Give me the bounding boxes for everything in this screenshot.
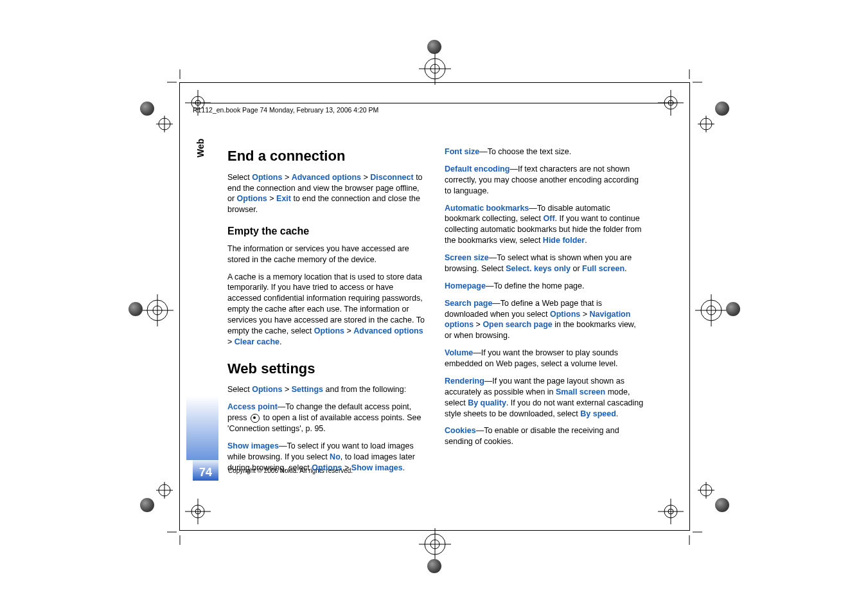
header-text: R1112_en.book Page 74 Monday, February 1… bbox=[193, 106, 378, 114]
text: Select bbox=[227, 173, 252, 182]
para-show-images: Show images—To select if you want to loa… bbox=[227, 441, 427, 474]
dot-icon bbox=[726, 302, 740, 316]
label-screen-size: Screen size bbox=[445, 253, 489, 262]
para-cache-info: The information or services you have acc… bbox=[227, 244, 427, 265]
link-full-screen: Full screen bbox=[582, 264, 624, 273]
text: and from the following: bbox=[323, 385, 406, 394]
label-show-images: Show images bbox=[227, 441, 279, 450]
registration-mark-icon bbox=[658, 90, 684, 116]
registration-mark-icon bbox=[156, 116, 173, 132]
text: or bbox=[571, 264, 582, 273]
dot-icon bbox=[140, 102, 154, 116]
dot-icon bbox=[128, 302, 143, 316]
link-options: Options bbox=[252, 385, 282, 394]
text: —To choose the text size. bbox=[479, 147, 571, 156]
registration-mark-icon bbox=[141, 294, 173, 326]
label-cookies: Cookies bbox=[445, 426, 476, 435]
para-homepage: Homepage—To define the home page. bbox=[445, 281, 644, 292]
label-font-size: Font size bbox=[445, 147, 479, 156]
link-small-screen: Small screen bbox=[556, 387, 605, 396]
link-options: Options bbox=[252, 173, 282, 182]
link-hide-folder: Hide folder bbox=[543, 236, 585, 245]
link-options: Options bbox=[314, 326, 344, 335]
link-options: Options bbox=[312, 463, 342, 472]
link-settings: Settings bbox=[292, 385, 323, 394]
label-volume: Volume bbox=[445, 348, 473, 357]
registration-mark-icon bbox=[658, 499, 684, 524]
para-access-point: Access point—To change the default acces… bbox=[227, 402, 427, 434]
link-show-images: Show images bbox=[351, 463, 403, 472]
link-advanced-options: Advanced options bbox=[353, 326, 423, 335]
para-font-size: Font size—To choose the text size. bbox=[445, 147, 644, 157]
label-access-point: Access point bbox=[227, 402, 278, 411]
link-disconnect: Disconnect bbox=[370, 173, 413, 182]
registration-mark-icon bbox=[185, 499, 211, 524]
link-clear-cache: Clear cache bbox=[235, 337, 279, 346]
registration-mark-icon bbox=[695, 294, 727, 326]
label-homepage: Homepage bbox=[445, 281, 486, 290]
registration-mark-icon bbox=[419, 528, 451, 560]
para-auto-bookmarks: Automatic bookmarks—To disable automatic… bbox=[445, 203, 644, 247]
link-by-quality: By quality bbox=[468, 398, 506, 407]
column-left: End a connection Select Options > Advanc… bbox=[227, 147, 427, 479]
para-volume: Volume—If you want the browser to play s… bbox=[445, 348, 644, 369]
link-exit: Exit bbox=[276, 194, 291, 203]
page-body: End a connection Select Options > Advanc… bbox=[193, 147, 676, 479]
link-open-search: Open search page bbox=[483, 320, 552, 329]
registration-mark-icon bbox=[156, 482, 173, 499]
header-divider bbox=[193, 103, 676, 103]
label-rendering: Rendering bbox=[445, 377, 484, 386]
label-default-encoding: Default encoding bbox=[445, 164, 509, 173]
para-search-page: Search page—To define a Web page that is… bbox=[445, 298, 644, 342]
label-search-page: Search page bbox=[445, 299, 492, 308]
registration-mark-icon bbox=[185, 90, 211, 116]
link-by-speed: By speed bbox=[580, 409, 616, 418]
column-right: Font size—To choose the text size. Defau… bbox=[445, 147, 644, 479]
para-screen-size: Screen size—To select what is shown when… bbox=[445, 253, 644, 274]
link-select-keys: Select. keys only bbox=[506, 264, 571, 273]
link-options: Options bbox=[237, 194, 267, 203]
para-settings-intro: Select Options > Settings and from the f… bbox=[227, 384, 427, 395]
para-cache-detail: A cache is a memory location that is use… bbox=[227, 272, 427, 348]
nav-key-icon bbox=[251, 414, 260, 423]
registration-mark-icon bbox=[419, 53, 451, 85]
registration-mark-icon bbox=[698, 116, 714, 132]
heading-end-connection: End a connection bbox=[227, 147, 427, 166]
link-options: Options bbox=[550, 310, 580, 319]
link-off: Off bbox=[544, 214, 555, 223]
dot-icon bbox=[140, 498, 154, 512]
dot-icon bbox=[427, 40, 441, 54]
para-cookies: Cookies—To enable or disable the receivi… bbox=[445, 425, 644, 447]
para-rendering: Rendering—If you want the page layout sh… bbox=[445, 376, 644, 420]
heading-empty-cache: Empty the cache bbox=[227, 224, 427, 238]
para-default-encoding: Default encoding—If text characters are … bbox=[445, 164, 644, 197]
text: —To define the home page. bbox=[486, 281, 585, 290]
heading-web-settings: Web settings bbox=[227, 359, 427, 378]
label-auto-bookmarks: Automatic bookmarks bbox=[445, 204, 529, 213]
para-end-connection: Select Options > Advanced options > Disc… bbox=[227, 172, 427, 216]
link-no: No bbox=[330, 452, 341, 461]
dot-icon bbox=[715, 102, 729, 116]
registration-mark-icon bbox=[698, 482, 714, 499]
text: Select bbox=[227, 385, 252, 394]
dot-icon bbox=[715, 498, 729, 512]
link-advanced-options: Advanced options bbox=[292, 173, 361, 182]
dot-icon bbox=[427, 559, 441, 573]
